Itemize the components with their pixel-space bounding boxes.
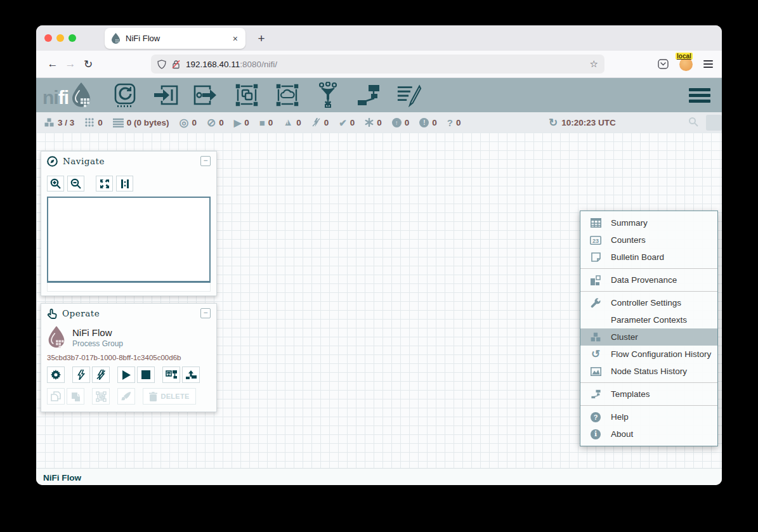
menu-item-templates[interactable]: Templates [580, 386, 717, 403]
breadcrumb-root[interactable]: NiFi Flow [43, 473, 81, 483]
upload-template-icon[interactable] [182, 367, 200, 383]
navigate-header[interactable]: Navigate − [41, 152, 216, 171]
data-provenance-icon [589, 275, 603, 285]
collapse-operate-button[interactable]: − [200, 308, 211, 318]
disable-icon[interactable] [92, 367, 110, 383]
start-icon[interactable] [117, 367, 135, 383]
delete-button[interactable]: DELETE [143, 388, 196, 405]
zoom-in-icon[interactable] [47, 176, 64, 191]
active-threads-icon [84, 117, 95, 127]
nifi-favicon [111, 33, 121, 44]
zoom-actual-icon[interactable] [116, 176, 133, 191]
logo-fi: fi [58, 87, 69, 108]
flow-status-bar: 3 / 3 0 0 (0 bytes) ◎0 ⊘0 [36, 112, 722, 133]
forward-button[interactable]: → [62, 58, 79, 70]
operate-header[interactable]: Operate − [41, 304, 216, 323]
birdseye-brush[interactable] [47, 283, 211, 292]
browser-tab[interactable]: NiFi Flow × [105, 28, 245, 49]
operate-title: Operate [62, 308, 195, 318]
input-port-icon[interactable] [153, 82, 178, 108]
stopped-icon: ■ [259, 118, 265, 127]
status-sync-failure: ?0 [447, 118, 461, 127]
status-refresh: ↻ 10:20:23 UTC [549, 117, 616, 128]
copy-icon[interactable] [47, 388, 65, 405]
template-icon[interactable] [356, 82, 381, 108]
address-bar[interactable]: 192.168.40.11:8080/nifi/ ☆ [151, 55, 604, 74]
search-icon[interactable] [688, 117, 698, 129]
menu-item-counters[interactable]: 23 Counters [580, 231, 717, 249]
menu-item-help[interactable]: ? Help [580, 408, 717, 425]
trash-icon [149, 392, 157, 401]
refresh-icon[interactable]: ↻ [549, 117, 558, 128]
status-queued: 0 (0 bytes) [113, 118, 169, 127]
group-icon[interactable] [92, 388, 110, 405]
browser-navbar: ← → ↻ 192.168.40.11:8080/nifi/ ☆ local [36, 51, 722, 78]
menu-item-flow-configuration-history[interactable]: ↺ Flow Configuration History [580, 346, 717, 363]
not-transmitting-icon: ⊘ [207, 117, 216, 128]
operate-buttons-row1 [41, 361, 216, 383]
label-icon[interactable] [396, 82, 422, 108]
minimize-window-button[interactable] [56, 34, 64, 42]
navigate-palette: Navigate − [41, 151, 217, 296]
controller-settings-icon [589, 298, 603, 308]
configuration-icon[interactable] [47, 367, 65, 383]
status-running: ▶0 [234, 118, 249, 127]
status-not-transmitting: ⊘0 [207, 117, 224, 128]
counters-icon: 23 [589, 236, 603, 245]
remote-process-group-icon[interactable] [275, 82, 300, 108]
output-port-icon[interactable] [193, 82, 219, 108]
pocket-icon[interactable] [658, 59, 669, 69]
fill-color-icon[interactable] [117, 388, 135, 405]
close-window-button[interactable] [44, 34, 52, 42]
browser-menu-icon[interactable] [703, 58, 713, 69]
help-icon: ? [589, 412, 603, 422]
about-icon: i [589, 429, 603, 439]
breadcrumb-bar: NiFi Flow [36, 468, 722, 485]
stop-icon[interactable] [137, 367, 155, 383]
menu-item-summary[interactable]: Summary [580, 214, 717, 231]
zoom-out-icon[interactable] [67, 176, 84, 191]
close-tab-icon[interactable]: × [232, 34, 239, 44]
bookmark-star-icon[interactable]: ☆ [590, 58, 598, 70]
reload-button[interactable]: ↻ [79, 58, 97, 71]
stale-icon: ↑ [392, 118, 402, 127]
menu-item-cluster[interactable]: Cluster [580, 328, 717, 346]
processor-icon[interactable] [112, 82, 138, 108]
birdseye-view[interactable] [47, 197, 211, 283]
url-path: :8080/nifi/ [240, 60, 277, 69]
enable-icon[interactable] [72, 367, 90, 383]
browser-window: NiFi Flow × + ← → ↻ 192.168.40.11:8080/n… [36, 25, 722, 485]
menu-item-node-status-history[interactable]: Node Status History [580, 363, 717, 380]
profile-avatar[interactable]: local [679, 58, 693, 71]
menu-item-about[interactable]: i About [580, 425, 717, 443]
paste-icon[interactable] [67, 388, 84, 405]
selected-component: NiFi Flow Process Group [41, 323, 216, 349]
nifi-toolbar: nifi [36, 78, 722, 112]
menu-item-controller-settings[interactable]: Controller Settings [580, 294, 717, 311]
process-group-icon[interactable] [234, 82, 259, 108]
queued-icon [113, 118, 124, 127]
zoom-window-button[interactable] [69, 34, 76, 42]
insecure-lock-icon[interactable] [171, 60, 181, 69]
sync-failure-icon: ? [447, 118, 453, 127]
operate-palette: Operate − NiFi Flow Process Group 35cbd3… [41, 303, 217, 412]
status-stopped: ■0 [259, 118, 273, 127]
shield-icon[interactable] [157, 60, 166, 69]
status-disabled: 0 [311, 117, 329, 127]
flow-canvas[interactable]: Navigate − [36, 133, 722, 468]
delete-label: DELETE [160, 393, 189, 400]
status-stale: ↑0 [392, 118, 410, 127]
last-refresh-time: 10:20:23 UTC [561, 118, 616, 127]
funnel-icon[interactable] [315, 82, 341, 108]
menu-divider [580, 405, 717, 406]
save-template-icon[interactable] [162, 367, 180, 383]
global-menu-button[interactable] [689, 86, 710, 105]
back-button[interactable]: ← [44, 58, 62, 70]
menu-item-data-provenance[interactable]: Data Provenance [580, 271, 717, 289]
search-input[interactable] [706, 115, 722, 131]
menu-item-parameter-contexts[interactable]: Parameter Contexts [580, 311, 717, 328]
collapse-navigate-button[interactable]: − [200, 156, 211, 166]
menu-item-bulletin-board[interactable]: Bulletin Board [580, 249, 717, 266]
new-tab-button[interactable]: + [253, 30, 270, 47]
zoom-fit-icon[interactable] [96, 176, 113, 191]
